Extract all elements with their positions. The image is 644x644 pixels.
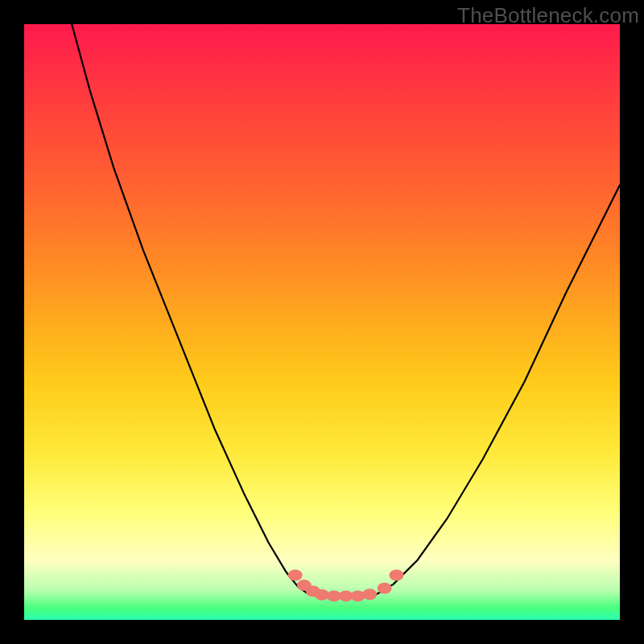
highlight-marker [362, 588, 377, 600]
watermark-text: TheBottleneck.com [457, 3, 639, 28]
bottleneck-curve [72, 24, 620, 597]
highlight-marker [288, 570, 303, 581]
chart-frame: TheBottleneck.com [0, 0, 644, 644]
plot-area [24, 24, 620, 620]
highlight-marker [378, 583, 392, 594]
highlight-marker [390, 570, 404, 581]
marker-group [288, 570, 404, 602]
curve-layer [24, 24, 620, 620]
